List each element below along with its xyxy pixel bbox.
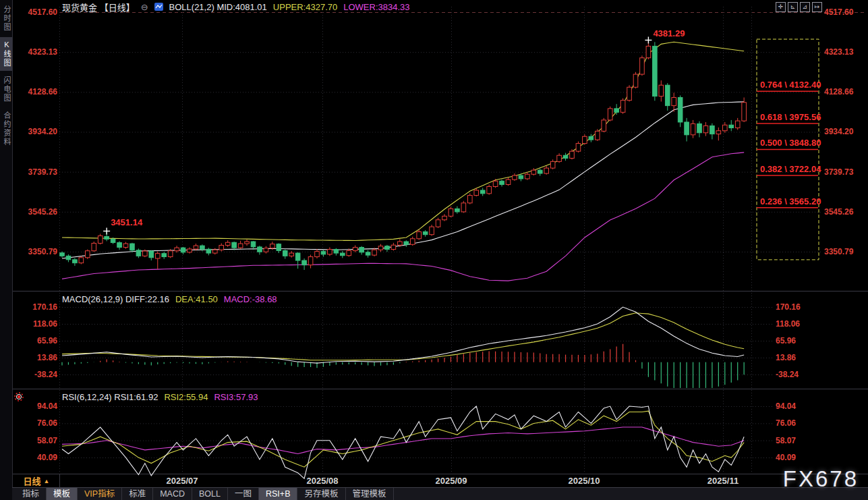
trading-chart-app: 分时图K线图闪电图合约资料 现货黄金 【日线】 ⊖ BOLL(21,2) MID… bbox=[0, 0, 868, 500]
chevron-up-icon: ▲ bbox=[44, 478, 50, 484]
fx678-watermark: FX678 bbox=[783, 466, 859, 492]
chart-toolbar: ✛⊾⊿↦ bbox=[776, 2, 822, 12]
axis-label: 65.96 bbox=[37, 336, 57, 345]
axis-label: 40.09 bbox=[37, 453, 57, 462]
xaxis-date-label: 2025/07 bbox=[167, 475, 198, 487]
xaxis-date-label: 2025/11 bbox=[707, 475, 739, 487]
axis-zoom-icon[interactable]: ⊿ bbox=[800, 2, 810, 12]
indicator-tab-bar: 指标模板VIP指标标准MACDBOLL一图RSI+B另存模板管理模板 bbox=[12, 487, 868, 500]
fib-level-label: 0.764 \ 4132.40 bbox=[760, 80, 821, 90]
indicator-chart-icon[interactable] bbox=[154, 3, 163, 11]
macd-header: MACD(26,12,9) DIFF:22.16 DEA:41.50 MACD:… bbox=[62, 294, 277, 304]
sidebar-item-闪电图[interactable]: 闪电图 bbox=[0, 73, 12, 106]
rsi2-value: RSI2:55.94 bbox=[164, 392, 208, 402]
fib-level-label: 0.500 \ 3848.80 bbox=[760, 138, 821, 148]
axis-label: 94.04 bbox=[37, 401, 57, 411]
axis-label: 118.06 bbox=[33, 319, 57, 329]
xaxis-date-label: 2025/08 bbox=[307, 475, 339, 487]
sidebar-item-分时图[interactable]: 分时图 bbox=[0, 2, 12, 35]
axis-label: 118.06 bbox=[776, 319, 800, 329]
boll-upper-value: UPPER:4327.70 bbox=[273, 2, 337, 12]
collapse-icon[interactable]: ⊖ bbox=[141, 2, 148, 12]
tab-管理模板[interactable]: 管理模板 bbox=[346, 488, 394, 500]
left-peak-annotation: 3451.14 bbox=[111, 217, 142, 227]
xaxis-date-label: 2025/09 bbox=[436, 475, 467, 487]
axis-label: 3350.79 bbox=[28, 247, 57, 256]
axis-label: 3934.20 bbox=[824, 127, 853, 136]
axis-label: 3739.73 bbox=[28, 167, 57, 177]
axis-label: 13.86 bbox=[37, 353, 57, 362]
fib-level-label: 0.618 \ 3975.56 bbox=[760, 112, 821, 122]
axis-label: 58.07 bbox=[37, 436, 57, 445]
axis-label: 3545.26 bbox=[824, 207, 853, 217]
sidebar-item-合约资料[interactable]: 合约资料 bbox=[0, 108, 12, 150]
boll-lower-value: LOWER:3834.33 bbox=[343, 2, 409, 12]
tab-BOLL[interactable]: BOLL bbox=[192, 488, 228, 500]
axis-label: -38.24 bbox=[776, 370, 799, 379]
symbol-title: 现货黄金 【日线】 bbox=[62, 1, 135, 13]
macd-dea-value: DEA:41.50 bbox=[175, 294, 218, 304]
axis-label: 170.16 bbox=[776, 302, 801, 312]
macd-label: MACD(26,12,9) DIFF:22.16 bbox=[62, 294, 169, 304]
axis-label: 4517.60 bbox=[824, 7, 853, 17]
indicator-settings-icon[interactable] bbox=[13, 391, 24, 405]
axis-label: 76.06 bbox=[37, 418, 57, 428]
rsi-header: RSI(6,12,24) RSI1:61.92 RSI2:55.94 RSI3:… bbox=[62, 392, 258, 402]
macd-value: MACD:-38.68 bbox=[224, 294, 277, 304]
xaxis-date-label: 2025/10 bbox=[569, 475, 600, 487]
axis-label: 58.07 bbox=[776, 436, 796, 445]
boll-label: BOLL(21,2) MID:4081.01 bbox=[169, 2, 267, 12]
period-selector[interactable]: 日线▲ bbox=[15, 474, 58, 487]
tab-一图[interactable]: 一图 bbox=[228, 488, 259, 500]
fib-level-label: 0.236 \ 3565.20 bbox=[760, 196, 821, 206]
axis-label: 94.04 bbox=[776, 401, 796, 411]
sidebar-item-K线图[interactable]: K线图 bbox=[0, 37, 12, 71]
tab-MACD[interactable]: MACD bbox=[153, 488, 192, 500]
axis-label: 4128.66 bbox=[28, 87, 57, 96]
axis-label: 4323.13 bbox=[824, 47, 853, 57]
rsi1-label: RSI(6,12,24) RSI1:61.92 bbox=[62, 392, 158, 402]
tab-VIP指标[interactable]: VIP指标 bbox=[78, 488, 122, 500]
axis-label: 4323.13 bbox=[28, 47, 57, 57]
axis-label: 65.96 bbox=[776, 336, 796, 345]
axis-label: 13.86 bbox=[776, 353, 796, 362]
axis-scale-icon[interactable]: ⊾ bbox=[788, 2, 798, 12]
high-peak-annotation: 4381.29 bbox=[653, 28, 685, 38]
axis-label: 3350.79 bbox=[824, 247, 853, 256]
axis-label: 4517.60 bbox=[28, 7, 57, 17]
axis-label: 4128.66 bbox=[824, 87, 853, 96]
crosshair-icon[interactable]: ✛ bbox=[776, 2, 786, 12]
axis-label: 170.16 bbox=[32, 302, 57, 312]
left-sidebar: 分时图K线图闪电图合约资料 bbox=[0, 0, 13, 500]
tab-模板[interactable]: 模板 bbox=[47, 488, 78, 500]
axis-label: 76.06 bbox=[776, 418, 796, 428]
rsi3-value: RSI3:57.93 bbox=[214, 392, 258, 402]
tab-标准[interactable]: 标准 bbox=[122, 488, 153, 500]
axis-label: 3739.73 bbox=[824, 167, 853, 177]
axis-label: 3934.20 bbox=[28, 127, 57, 136]
axis-label: -38.24 bbox=[34, 370, 57, 379]
chart-canvas[interactable] bbox=[0, 0, 868, 500]
tab-指标[interactable]: 指标 bbox=[16, 488, 47, 500]
axis-label: 3545.26 bbox=[28, 207, 57, 217]
tab-另存模板[interactable]: 另存模板 bbox=[297, 488, 345, 500]
axis-label: 40.09 bbox=[776, 453, 796, 462]
tab-RSI+B[interactable]: RSI+B bbox=[259, 488, 297, 500]
export-icon[interactable]: ↦ bbox=[812, 2, 822, 12]
fib-level-label: 0.382 \ 3722.04 bbox=[760, 164, 821, 174]
chart-header: 现货黄金 【日线】 ⊖ BOLL(21,2) MID:4081.01 UPPER… bbox=[62, 1, 410, 12]
